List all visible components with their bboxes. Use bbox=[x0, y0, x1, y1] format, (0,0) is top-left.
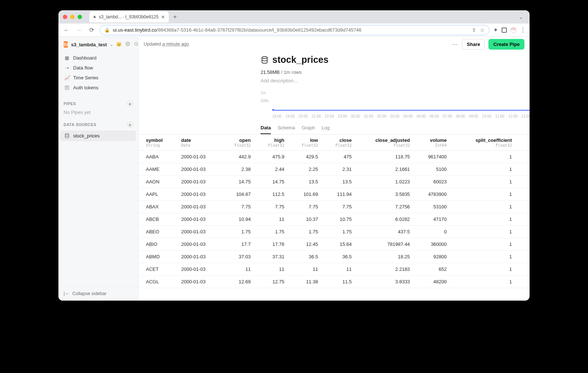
create-pipe-button[interactable]: Create Pipe bbox=[488, 39, 524, 50]
column-header[interactable]: closeFloat32 bbox=[322, 135, 356, 151]
tabs-overflow-icon[interactable]: ⌄ bbox=[517, 14, 525, 20]
forward-button[interactable]: → bbox=[75, 26, 83, 35]
column-header[interactable]: dateDate bbox=[177, 135, 221, 151]
cell: 11 bbox=[289, 263, 323, 276]
cell: 11.5 bbox=[322, 276, 356, 288]
address-bar[interactable]: 🔒 ui.us-east.tinybird.co/984368a7-5316-4… bbox=[100, 25, 490, 35]
window-max-button[interactable] bbox=[78, 15, 82, 19]
close-tab-icon[interactable]: ✕ bbox=[161, 14, 165, 20]
cell: ABMD bbox=[139, 251, 177, 263]
cell: ABAX bbox=[139, 201, 177, 213]
cell: 47170 bbox=[414, 213, 451, 226]
cell: AABA bbox=[139, 151, 177, 163]
cell: 2000-01-03 bbox=[177, 188, 221, 201]
cell: ABIO bbox=[139, 238, 177, 251]
crown-icon[interactable]: 👑 bbox=[116, 42, 122, 47]
panel-icon[interactable] bbox=[502, 28, 507, 33]
add-pipe-button[interactable]: + bbox=[127, 101, 133, 107]
gear-icon[interactable] bbox=[125, 42, 130, 47]
cell: 15.64 bbox=[322, 238, 356, 251]
table-row[interactable]: AAME2000-01-032.382.442.252.312.16615100… bbox=[139, 163, 530, 176]
cell: 60023 bbox=[414, 176, 451, 188]
window-close-button[interactable] bbox=[63, 15, 67, 19]
url-path: /984368a7-5316-4b1c-84a6-3767f297f82b/da… bbox=[157, 27, 361, 33]
cell: 475 bbox=[322, 151, 356, 163]
cell: 2000-01-03 bbox=[177, 213, 221, 226]
tab-data[interactable]: Data bbox=[261, 125, 271, 134]
cell: 1 bbox=[451, 226, 530, 238]
dataflow-icon: ⇢ bbox=[64, 65, 69, 71]
table-row[interactable]: AAON2000-01-0314.7514.7513.513.51.022360… bbox=[139, 176, 530, 188]
cell: 1 bbox=[451, 213, 530, 226]
search-icon[interactable] bbox=[134, 42, 139, 47]
main: Updated a minute ago ⋯ Share Create Pipe… bbox=[139, 37, 530, 301]
collapse-sidebar-button[interactable]: |← Collapse sidebar bbox=[58, 286, 138, 301]
reload-button[interactable]: ⟳ bbox=[87, 26, 96, 35]
cell: 12.45 bbox=[289, 238, 323, 251]
browser-tab[interactable]: ➤ s3_lambd... · t_93b93b0e8125 ✕ bbox=[89, 11, 169, 22]
browser-menu-icon[interactable]: ⋮ bbox=[520, 26, 526, 33]
profile-icon[interactable] bbox=[510, 27, 516, 33]
window-min-button[interactable] bbox=[70, 15, 75, 19]
workspace-switcher[interactable]: S3 s3_lambda_test ⌄ 👑 bbox=[58, 37, 138, 52]
column-header[interactable]: close_adjustedFloat32 bbox=[356, 135, 414, 151]
x-tick: 05:00 bbox=[416, 114, 426, 118]
cell: 36.5 bbox=[289, 251, 323, 263]
column-header[interactable]: lowFloat32 bbox=[289, 135, 323, 151]
table-row[interactable]: AAPL2000-01-03104.87112.5101.69111.943.5… bbox=[139, 188, 530, 201]
data-table: symbolStringdateDateopenFloat32highFloat… bbox=[139, 134, 530, 288]
column-header[interactable]: openFloat32 bbox=[222, 135, 255, 151]
table-row[interactable]: ACET2000-01-03111111112.21836521 bbox=[139, 263, 530, 276]
cell: 437.5 bbox=[356, 226, 414, 238]
cell: 92800 bbox=[414, 251, 451, 263]
table-row[interactable]: AABA2000-01-03442.9475.9429.5475118.7596… bbox=[139, 151, 530, 163]
column-header[interactable]: symbolString bbox=[139, 135, 177, 151]
y-tick: 1m bbox=[261, 91, 266, 95]
more-menu-button[interactable]: ⋯ bbox=[452, 41, 458, 48]
sidebar-item-authtokens[interactable]: ⚿ Auth tokens bbox=[61, 83, 136, 93]
table-row[interactable]: ABCB2000-01-0310.941110.3710.756.0282471… bbox=[139, 213, 530, 226]
sidebar-item-timeseries[interactable]: 📈 Time Series bbox=[61, 73, 136, 83]
ingestion-chart: 1m 500k 18:0019:0020:0021:0022:0023:0000… bbox=[261, 91, 530, 118]
cell: 37.03 bbox=[222, 251, 255, 263]
y-tick: 500k bbox=[261, 99, 269, 103]
table-row[interactable]: ABIO2000-01-0317.717.7612.4515.64781987.… bbox=[139, 238, 530, 251]
column-header[interactable]: highFloat32 bbox=[255, 135, 289, 151]
page-title: stock_prices bbox=[272, 54, 329, 65]
description-input[interactable]: Add description... bbox=[261, 78, 530, 83]
back-button[interactable]: ← bbox=[62, 26, 71, 35]
new-tab-button[interactable]: + bbox=[170, 12, 180, 22]
extensions-icon[interactable]: ✦ bbox=[493, 26, 498, 33]
cell: 475.9 bbox=[255, 151, 289, 163]
tab-graph[interactable]: Graph bbox=[302, 125, 315, 134]
share-button[interactable]: Share bbox=[462, 39, 485, 50]
column-header[interactable]: split_coefficientFloat32 bbox=[451, 135, 530, 151]
bookmark-icon[interactable]: ☆ bbox=[480, 27, 485, 33]
x-tick: 06:00 bbox=[430, 114, 439, 118]
datasource-name: stock_prices bbox=[73, 133, 100, 139]
updated-label: Updated a minute ago bbox=[144, 42, 189, 47]
sidebar-item-datasource[interactable]: stock_prices bbox=[61, 130, 136, 141]
table-row[interactable]: ABEO2000-01-031.751.751.751.75437.501 bbox=[139, 226, 530, 238]
url-host: ui.us-east.tinybird.co bbox=[113, 27, 157, 33]
share-url-icon[interactable]: ⇪ bbox=[472, 27, 476, 33]
table-row[interactable]: ABAX2000-01-037.757.757.757.757.27565310… bbox=[139, 201, 530, 213]
cell: 36.5 bbox=[322, 251, 356, 263]
cell: 2000-01-03 bbox=[177, 226, 221, 238]
cell: 14.75 bbox=[222, 176, 255, 188]
cell: 1 bbox=[451, 263, 530, 276]
tab-log[interactable]: Log bbox=[322, 125, 330, 134]
cell: 6.0282 bbox=[356, 213, 414, 226]
cell: ABCB bbox=[139, 213, 177, 226]
table-row[interactable]: ACGL2000-01-0312.6912.7511.3811.53.83334… bbox=[139, 276, 530, 288]
sidebar-item-dashboard[interactable]: ▦ Dashboard bbox=[61, 53, 136, 63]
tab-schema[interactable]: Schema bbox=[277, 125, 295, 134]
cell: 1.0223 bbox=[356, 176, 414, 188]
add-datasource-button[interactable]: + bbox=[127, 122, 133, 128]
cell: 652 bbox=[414, 263, 451, 276]
column-header[interactable]: volumeInt64 bbox=[414, 135, 451, 151]
sidebar-item-dataflow[interactable]: ⇢ Data flow bbox=[61, 63, 136, 73]
table-row[interactable]: ABMD2000-01-0337.0337.3136.536.518.25928… bbox=[139, 251, 530, 263]
database-icon bbox=[64, 133, 70, 139]
cell: ABEO bbox=[139, 226, 177, 238]
